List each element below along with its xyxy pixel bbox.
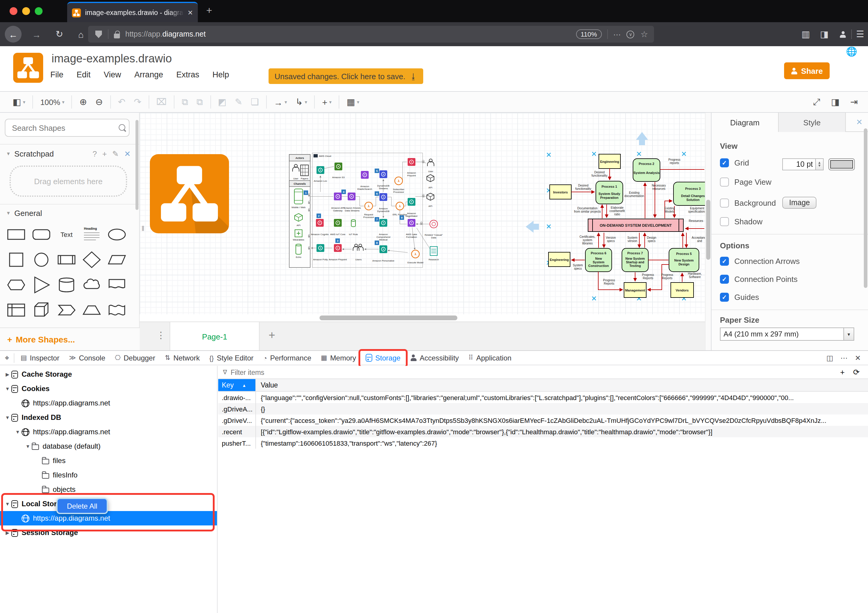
panel-scrollbar[interactable]: [864, 128, 867, 288]
disclosure-triangle[interactable]: ▼: [4, 501, 11, 506]
search-shapes-box[interactable]: [5, 119, 129, 137]
maximize-window-button[interactable]: [35, 7, 43, 15]
canvas-grid[interactable]: ActorsChannelsUserPayersMobile / WebAPIW…: [140, 113, 705, 314]
collapse-handle[interactable]: ‖: [141, 224, 144, 233]
menu-extras[interactable]: Extras: [176, 70, 199, 79]
more-shapes-button[interactable]: +More Shapes...: [0, 327, 140, 350]
menu-help[interactable]: Help: [212, 70, 229, 79]
scratchpad-add-icon[interactable]: +: [102, 149, 107, 158]
guides-row[interactable]: ✓Guides: [720, 293, 759, 302]
aws-architecture-diagram[interactable]: ActorsChannelsUserPayersMobile / WebAPIW…: [287, 151, 520, 276]
sidebars-icon[interactable]: ◨: [818, 22, 831, 46]
connection-points-row[interactable]: ✓Connection Points: [720, 275, 798, 284]
close-window-button[interactable]: [9, 7, 17, 15]
unsaved-changes-banner[interactable]: Unsaved changes. Click here to save.⭳: [268, 68, 423, 84]
tree-item-indexed-db[interactable]: ▼Indexed DB: [0, 410, 217, 425]
menu-arrange[interactable]: Arrange: [134, 70, 163, 79]
page-view-row[interactable]: Page View: [720, 177, 772, 186]
devtools-tab-performance[interactable]: ◔Performance: [258, 351, 316, 365]
devtools-tab-console[interactable]: ≫Console: [64, 351, 110, 365]
paper-size-select[interactable]: A4 (210 mm x 297 mm)▼: [720, 327, 854, 341]
disclosure-triangle[interactable]: ▼: [24, 444, 32, 449]
tree-item-filesinfo[interactable]: filesInfo: [0, 468, 217, 482]
value-column-header[interactable]: Value: [255, 379, 868, 391]
scratchpad-dropzone[interactable]: Drag elements here: [9, 166, 127, 197]
disclosure-triangle[interactable]: ▼: [4, 386, 11, 391]
disclosure-triangle[interactable]: ▶: [4, 372, 11, 377]
process-flowchart-diagram[interactable]: ON-DEMAND SYSTEM DEVELOPMENTEngineeringI…: [542, 150, 705, 312]
delete-button[interactable]: ⌧: [152, 94, 171, 110]
bookmark-star-icon[interactable]: ☆: [640, 29, 648, 39]
scratchpad-edit-icon[interactable]: ✎: [112, 149, 119, 158]
shape-document[interactable]: [104, 272, 129, 298]
waypoints-button[interactable]: ↳▾: [291, 94, 312, 110]
tracking-protection-icon[interactable]: [95, 30, 102, 38]
extend-canvas-arrow-left[interactable]: [526, 221, 533, 233]
menu-file[interactable]: File: [50, 70, 64, 79]
responsive-mode-icon[interactable]: ◫: [826, 354, 833, 362]
shape-heading[interactable]: Heading: [79, 222, 104, 247]
shadow-row[interactable]: Shadow: [720, 217, 763, 226]
shape-hexagon[interactable]: [4, 272, 29, 298]
devtools-tab-accessibility[interactable]: Accessibility: [405, 351, 463, 365]
tree-item-files[interactable]: files: [0, 453, 217, 468]
disclosure-triangle[interactable]: ▼: [4, 415, 11, 420]
redo-button[interactable]: ↷: [129, 94, 146, 110]
devtools-tab-storage[interactable]: Storage: [361, 351, 405, 365]
zoom-in-button[interactable]: ⊕: [75, 94, 91, 110]
grid-checkbox-row[interactable]: ✓Grid: [720, 158, 749, 168]
to-back-button[interactable]: ⧉: [192, 94, 207, 110]
shadow-button[interactable]: ❏: [246, 94, 263, 110]
close-panel-icon[interactable]: ✕: [856, 118, 863, 127]
menu-view[interactable]: View: [104, 70, 121, 79]
devtools-tab-application[interactable]: ⠿Application: [463, 351, 516, 365]
zoom-out-button[interactable]: ⊖: [91, 94, 107, 110]
shape-ellipse[interactable]: [104, 222, 129, 247]
extend-canvas-arrow-up[interactable]: [636, 132, 648, 140]
tree-item-https-app-diagrams-net[interactable]: ▼https://app.diagrams.net: [0, 425, 217, 439]
disclosure-triangle[interactable]: ▶: [4, 530, 11, 535]
shape-text[interactable]: Text: [54, 222, 79, 247]
refresh-icon[interactable]: ⟳: [853, 368, 860, 377]
share-button[interactable]: Share: [784, 62, 830, 79]
new-tab-button[interactable]: +: [206, 5, 212, 17]
shape-cube[interactable]: [29, 298, 54, 323]
close-devtools-icon[interactable]: ✕: [855, 354, 861, 362]
grid-size-control[interactable]: 10 pt ▲▼: [782, 158, 855, 170]
connection-arrows-row[interactable]: ✓Connection Arrows: [720, 257, 800, 266]
close-tab-icon[interactable]: ✕: [188, 9, 193, 17]
filter-items-bar[interactable]: ∇ Filter items + ⟳: [218, 366, 868, 379]
tree-item-cookies[interactable]: ▼Cookies: [0, 382, 217, 396]
scratchpad-close-icon[interactable]: ✕: [124, 149, 131, 158]
devtools-tab-style-editor[interactable]: {}Style Editor: [205, 351, 258, 365]
library-icon[interactable]: ▥: [799, 22, 812, 46]
search-input[interactable]: [11, 123, 119, 133]
canvas-hscrollbar[interactable]: [140, 314, 705, 321]
url-bar[interactable]: https://app.diagrams.net 110% ⋯ ∨ ☆: [88, 26, 654, 43]
devtools-tab-debugger[interactable]: ⎔Debugger: [110, 351, 160, 365]
tree-item-session-storage[interactable]: ▶Session Storage: [0, 525, 217, 540]
storage-row-gDriveV[interactable]: .gDriveV...{"current":{"access_token":"y…: [218, 414, 868, 426]
language-globe-icon[interactable]: 🌐: [846, 46, 857, 57]
to-front-button[interactable]: ⧉: [177, 94, 192, 110]
fullscreen-icon[interactable]: ⤢: [809, 94, 824, 110]
add-page-button[interactable]: +: [268, 329, 275, 342]
diagram-canvas[interactable]: ActorsChannelsUserPayersMobile / WebAPIW…: [140, 113, 705, 350]
lock-icon[interactable]: [114, 33, 120, 38]
tree-item-database-default-[interactable]: ▼database (default): [0, 439, 217, 453]
disclosure-triangle[interactable]: ▼: [14, 429, 22, 435]
storage-row-recent[interactable]: .recent[{"id":"Lgitflow-examples.drawio"…: [218, 426, 868, 437]
tree-item-cache-storage[interactable]: ▶Cache Storage: [0, 367, 217, 382]
forward-button[interactable]: →: [29, 22, 44, 46]
shape-parallelogram[interactable]: [104, 247, 129, 272]
tree-item-local-storage[interactable]: ▼Local Storage: [0, 497, 217, 511]
scratchpad-help-icon[interactable]: ?: [93, 149, 97, 158]
context-menu-delete-all[interactable]: Delete All: [57, 499, 107, 513]
tab-style[interactable]: Style: [779, 113, 846, 132]
shape-rrect[interactable]: [29, 222, 54, 247]
pocket-icon[interactable]: ∨: [627, 30, 634, 38]
pick-element-icon[interactable]: ⌖: [0, 353, 14, 363]
sidebar-scrollbar[interactable]: [135, 120, 138, 210]
storage-row-gDriveA[interactable]: .gDriveA...{}: [218, 403, 868, 414]
account-icon[interactable]: [836, 22, 849, 46]
